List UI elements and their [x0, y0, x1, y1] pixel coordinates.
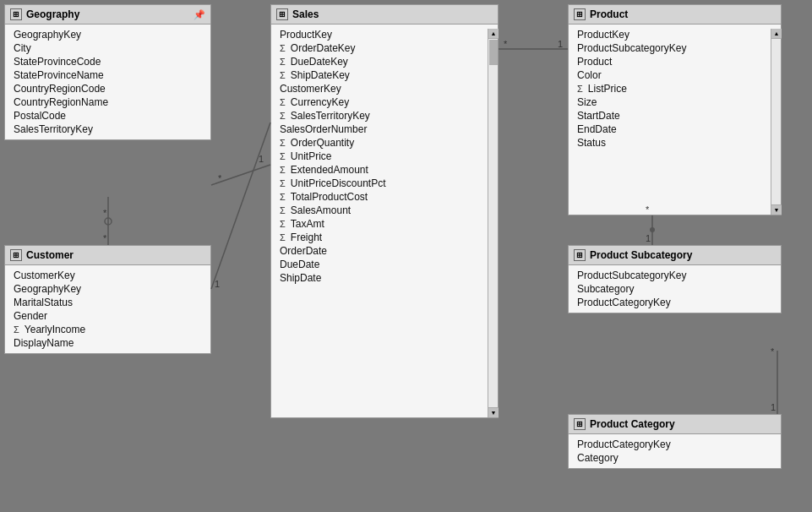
- product-subcategory-table: ⊞ Product Subcategory ProductSubcategory…: [568, 245, 782, 313]
- product-table-header: ⊞ Product: [569, 5, 781, 25]
- field-label: ExtendedAmount: [291, 164, 368, 176]
- field-label: Color: [577, 69, 602, 81]
- sigma-icon: Σ: [280, 232, 286, 242]
- list-item: CountryRegionCode: [5, 82, 210, 95]
- field-label: UnitPriceDiscountPct: [291, 177, 386, 189]
- list-item: ΣSalesTerritoryKey: [271, 109, 498, 123]
- list-item: Category: [569, 451, 781, 465]
- product-table-title: Product: [590, 8, 628, 20]
- field-label: StateProvinceCode: [14, 56, 101, 68]
- list-item: EndDate: [569, 123, 781, 136]
- list-item: ΣShipDateKey: [271, 68, 498, 82]
- list-item: Status: [569, 136, 781, 150]
- field-label: Size: [577, 96, 597, 108]
- geography-table-body: GeographyKey City StateProvinceCode Stat…: [5, 25, 210, 139]
- list-item: ΣDueDateKey: [271, 55, 498, 68]
- list-item: ProductSubcategoryKey: [569, 269, 781, 282]
- list-item: ΣCurrencyKey: [271, 95, 498, 109]
- geography-pin-icon: 📌: [193, 9, 205, 20]
- field-label: ProductKey: [577, 29, 629, 41]
- field-label: EndDate: [577, 123, 617, 135]
- scroll-track: [771, 39, 781, 204]
- field-label: ProductCategoryKey: [577, 297, 671, 308]
- field-label: ShipDateKey: [291, 69, 350, 81]
- field-label: CustomerKey: [280, 83, 341, 95]
- field-label: OrderQuantity: [291, 137, 354, 149]
- sigma-icon: Σ: [280, 111, 286, 121]
- cardinality-star-geo: *: [218, 173, 222, 183]
- sigma-icon: Σ: [577, 84, 583, 94]
- field-label: SalesTerritoryKey: [14, 123, 93, 135]
- sigma-icon: Σ: [280, 178, 286, 188]
- cardinality-star-geo2: *: [103, 208, 107, 218]
- cardinality-star-cust: *: [103, 233, 107, 243]
- field-label: ShipDate: [280, 272, 321, 284]
- sales-table-body: ProductKey ΣOrderDateKey ΣDueDateKey ΣSh…: [271, 25, 498, 288]
- scroll-up-arrow[interactable]: ▲: [771, 29, 782, 39]
- geography-table: ⊞ Geography 📌 GeographyKey City StatePro…: [4, 4, 211, 140]
- table-icon: ⊞: [574, 418, 586, 430]
- scroll-thumb[interactable]: [489, 40, 498, 65]
- field-label: OrderDate: [280, 245, 327, 257]
- cardinality-star-subcat2: *: [771, 346, 775, 357]
- sigma-icon: Σ: [280, 151, 286, 161]
- customer-table-header: ⊞ Customer: [5, 246, 210, 265]
- field-label: TotalProductCost: [291, 191, 368, 203]
- field-label: Subcategory: [577, 283, 634, 295]
- list-item: ProductCategoryKey: [569, 296, 781, 309]
- field-label: CurrencyKey: [291, 96, 349, 108]
- list-item: MaritalStatus: [5, 296, 210, 309]
- cardinality-star-sales: *: [504, 39, 508, 49]
- sales-table: ⊞ Sales ProductKey ΣOrderDateKey ΣDueDat…: [270, 4, 499, 418]
- scroll-down-arrow[interactable]: ▼: [488, 407, 499, 417]
- list-item: ShipDate: [271, 271, 498, 285]
- field-label: Category: [577, 452, 619, 464]
- geo-customer-circle: [105, 218, 112, 225]
- field-label: CustomerKey: [14, 270, 75, 281]
- scroll-down-arrow[interactable]: ▼: [771, 204, 782, 215]
- product-subcategory-table-body: ProductSubcategoryKey Subcategory Produc…: [569, 265, 781, 313]
- list-item: ProductKey: [271, 28, 498, 41]
- field-label: PostalCode: [14, 110, 66, 122]
- sales-table-header: ⊞ Sales: [271, 5, 498, 25]
- field-label: City: [14, 42, 31, 54]
- list-item: ProductSubcategoryKey: [569, 41, 781, 55]
- field-label: DueDateKey: [291, 56, 348, 68]
- product-scrollbar[interactable]: ▲ ▼: [771, 29, 781, 215]
- cardinality-one-cat: 1: [771, 402, 776, 412]
- sigma-icon: Σ: [280, 205, 286, 215]
- field-label: GeographyKey: [14, 29, 81, 41]
- field-label: Product: [577, 56, 612, 68]
- field-label: Status: [577, 137, 606, 149]
- product-subcategory-table-header: ⊞ Product Subcategory: [569, 246, 781, 265]
- field-label: Freight: [291, 231, 322, 243]
- list-item: Subcategory: [569, 282, 781, 296]
- customer-table: ⊞ Customer CustomerKey GeographyKey Mari…: [4, 245, 211, 354]
- list-item: City: [5, 41, 210, 55]
- sigma-icon: Σ: [280, 165, 286, 175]
- customer-sales-connector: [211, 123, 270, 289]
- cardinality-one-subcat: 1: [646, 233, 651, 243]
- field-label: StateProvinceName: [14, 69, 104, 81]
- list-item: DueDate: [271, 258, 498, 271]
- list-item: SalesTerritoryKey: [5, 123, 210, 136]
- sales-scrollbar[interactable]: ▲ ▼: [488, 29, 498, 417]
- list-item: Size: [569, 95, 781, 109]
- customer-table-body: CustomerKey GeographyKey MaritalStatus G…: [5, 265, 210, 353]
- sigma-icon: Σ: [280, 192, 286, 202]
- list-item: CustomerKey: [5, 269, 210, 282]
- field-label: CountryRegionName: [14, 96, 108, 108]
- field-label: OrderDateKey: [291, 42, 356, 54]
- list-item: CountryRegionName: [5, 95, 210, 109]
- table-icon: ⊞: [574, 249, 586, 261]
- list-item: ProductCategoryKey: [569, 438, 781, 451]
- list-item: StateProvinceCode: [5, 55, 210, 68]
- geo-sales-connector: [211, 165, 270, 185]
- list-item: OrderDate: [271, 244, 498, 258]
- list-item: DisplayName: [5, 336, 210, 350]
- sigma-icon: Σ: [280, 97, 286, 107]
- scroll-up-arrow[interactable]: ▲: [488, 29, 499, 39]
- scroll-track: [488, 39, 498, 407]
- product-table-body: ProductKey ProductSubcategoryKey Product…: [569, 25, 781, 153]
- field-label: ListPrice: [588, 83, 627, 95]
